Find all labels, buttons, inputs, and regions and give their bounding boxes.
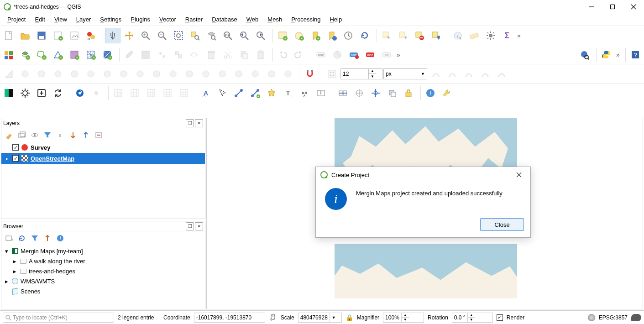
mouse-toggle-icon[interactable] bbox=[269, 313, 277, 322]
osm-search-button[interactable] bbox=[576, 47, 592, 63]
snap-avoid-icon[interactable] bbox=[494, 66, 509, 82]
mergin-new-project-button[interactable] bbox=[34, 85, 49, 101]
zoom-last-button[interactable] bbox=[236, 28, 252, 43]
new-print-layout-button[interactable]: + bbox=[50, 28, 66, 43]
locator-input[interactable] bbox=[13, 314, 112, 321]
save-project-button[interactable] bbox=[34, 28, 49, 43]
digitize-setsquare-icon[interactable] bbox=[1, 66, 16, 82]
paste-features-button[interactable] bbox=[253, 47, 268, 63]
close-window-button[interactable] bbox=[623, 0, 644, 14]
abc-icon[interactable]: a,bc bbox=[297, 85, 312, 101]
digitize-ellipse-icon[interactable] bbox=[34, 66, 49, 82]
wrench-icon[interactable] bbox=[439, 85, 455, 101]
digitize-simplify-icon[interactable] bbox=[280, 66, 296, 82]
tree-row[interactable]: ▸WMS/WMTS bbox=[1, 276, 205, 286]
expression-filter-icon[interactable]: ε bbox=[55, 130, 65, 140]
zoom-next-button[interactable] bbox=[253, 28, 268, 43]
pin-label-button[interactable]: abc bbox=[362, 47, 378, 63]
delete-selected-button[interactable] bbox=[204, 47, 219, 63]
line-node-icon[interactable] bbox=[231, 85, 246, 101]
open-project-button[interactable] bbox=[17, 28, 33, 43]
crs-globe-icon[interactable] bbox=[588, 314, 595, 321]
lock-icon[interactable] bbox=[401, 85, 416, 101]
snap-area-icon[interactable] bbox=[477, 66, 493, 82]
grid4-icon[interactable] bbox=[160, 85, 175, 101]
digitize-trim-icon[interactable] bbox=[215, 66, 230, 82]
new-shapefile-layer-button[interactable]: + bbox=[34, 47, 49, 63]
add-feature-button[interactable] bbox=[154, 47, 170, 63]
layer-visibility-checkbox[interactable]: ✓ bbox=[12, 155, 19, 162]
add-layer-icon[interactable]: + bbox=[4, 233, 14, 243]
grid3-icon[interactable] bbox=[143, 85, 159, 101]
menu-project[interactable]: Project bbox=[3, 14, 30, 25]
zoom-in-button[interactable] bbox=[138, 28, 153, 43]
digitize-split-icon[interactable] bbox=[116, 66, 131, 82]
grid2-icon[interactable] bbox=[127, 85, 142, 101]
coordinate-field[interactable]: -16017899, -19513870 bbox=[194, 313, 265, 323]
dialog-title-bar[interactable]: Create Project bbox=[316, 167, 530, 183]
panel-float-button[interactable]: ❐ bbox=[186, 222, 194, 230]
identify-button[interactable]: i bbox=[450, 28, 466, 43]
spin-up-icon[interactable]: ▲ bbox=[369, 69, 376, 74]
collapse-all-icon[interactable] bbox=[81, 130, 91, 140]
locate-tool-button[interactable] bbox=[72, 85, 88, 101]
info-icon[interactable]: i bbox=[423, 85, 438, 101]
rotation-spinner[interactable]: ▲▼ bbox=[467, 313, 475, 322]
distribute-icon[interactable] bbox=[351, 85, 367, 101]
copy-features-button[interactable] bbox=[236, 47, 252, 63]
new-project-button[interactable] bbox=[1, 28, 16, 43]
locator-field[interactable] bbox=[3, 313, 114, 323]
expander-icon[interactable]: ▸ bbox=[3, 278, 10, 285]
magnifier-field[interactable]: 100% ▲▼ bbox=[383, 313, 424, 323]
label-button[interactable]: abc bbox=[313, 47, 329, 63]
tree-row[interactable]: Scenes bbox=[1, 286, 205, 296]
digitize-offset-icon[interactable] bbox=[182, 66, 197, 82]
refresh-button[interactable] bbox=[357, 28, 372, 43]
arrow-cursor-icon[interactable] bbox=[215, 85, 230, 101]
toolbar-overflow-icon[interactable]: » bbox=[615, 51, 621, 58]
spin-down-icon[interactable]: ▼ bbox=[369, 74, 376, 79]
minimize-button[interactable] bbox=[581, 0, 602, 14]
snapping-type-icon[interactable] bbox=[324, 66, 340, 82]
maximize-button[interactable] bbox=[602, 0, 623, 14]
mergin-settings-button[interactable] bbox=[17, 85, 33, 101]
browser-tree[interactable]: ▾Mergin Maps [my-team]▸A walk along the … bbox=[1, 245, 205, 309]
properties-icon[interactable]: i bbox=[55, 233, 65, 243]
filter-legend-icon[interactable] bbox=[42, 130, 52, 140]
menu-settings[interactable]: Settings bbox=[95, 14, 126, 25]
measure-button[interactable] bbox=[466, 28, 482, 43]
lock-icon[interactable]: 🔒 bbox=[346, 314, 353, 321]
pan-to-selection-button[interactable] bbox=[121, 28, 137, 43]
deselect-all-button[interactable] bbox=[412, 28, 427, 43]
expand-all-icon[interactable] bbox=[68, 130, 78, 140]
snap-unit-select[interactable]: px▼ bbox=[383, 68, 427, 79]
dialog-close-button[interactable] bbox=[512, 168, 526, 182]
menu-help[interactable]: Help bbox=[325, 14, 346, 25]
new-geopackage-layer-button[interactable]: + bbox=[17, 47, 33, 63]
filter-icon[interactable] bbox=[30, 233, 40, 243]
toggle-editing-button[interactable] bbox=[121, 47, 137, 63]
render-checkbox[interactable]: ✓ bbox=[497, 314, 503, 321]
menu-web[interactable]: Web bbox=[242, 14, 263, 25]
style-manager-button[interactable]: a bbox=[83, 28, 99, 43]
tree-row[interactable]: ▾Mergin Maps [my-team] bbox=[1, 246, 205, 256]
text-t-icon[interactable]: T+ bbox=[280, 85, 296, 101]
layer-row[interactable]: ▸✓OpenStreetMap bbox=[1, 153, 205, 164]
menu-plugins[interactable]: Plugins bbox=[126, 14, 155, 25]
diagram-button[interactable] bbox=[330, 47, 345, 63]
layer-styling-icon[interactable] bbox=[4, 130, 14, 140]
vertex-tool-button[interactable] bbox=[187, 47, 203, 63]
messages-icon[interactable] bbox=[631, 314, 641, 321]
add-node-icon[interactable]: + bbox=[247, 85, 263, 101]
panel-close-button[interactable]: ✕ bbox=[195, 119, 203, 127]
layers-list[interactable]: ✓Survey▸✓OpenStreetMap bbox=[1, 142, 205, 219]
snapping-toggle-button[interactable] bbox=[302, 66, 318, 82]
locate-settings-button[interactable] bbox=[89, 85, 104, 101]
pan-button[interactable] bbox=[105, 28, 120, 43]
digitize-split-part-icon[interactable] bbox=[132, 66, 148, 82]
align-icon[interactable] bbox=[335, 85, 351, 101]
zoom-out-button[interactable] bbox=[154, 28, 170, 43]
expander-icon[interactable]: ▾ bbox=[3, 248, 10, 255]
close-button[interactable]: Close bbox=[480, 218, 524, 231]
move-feature-button[interactable] bbox=[171, 47, 186, 63]
